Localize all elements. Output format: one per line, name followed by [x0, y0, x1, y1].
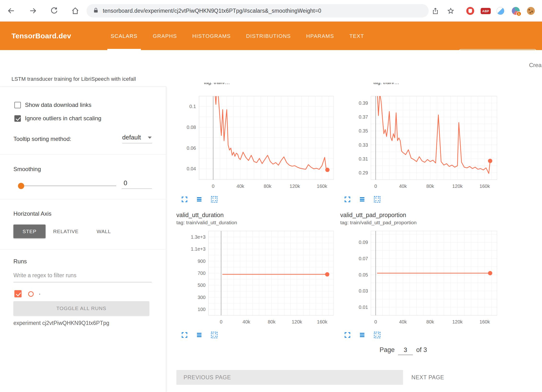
- adblock-extension-icon[interactable]: [466, 7, 474, 15]
- chart-toolbar: [343, 195, 388, 203]
- toggle-all-runs-button[interactable]: TOGGLE ALL RUNS: [13, 301, 149, 316]
- pie-extension-icon[interactable]: 1: [512, 7, 520, 15]
- screen: tensorboard.dev/experiment/cj2vtPiwQHKN9…: [0, 0, 542, 392]
- adblock-hand: [468, 9, 472, 13]
- tooltip-sorting-select[interactable]: default: [122, 134, 152, 143]
- svg-text:0: 0: [374, 184, 377, 189]
- axis-lines-icon[interactable]: [358, 331, 366, 339]
- svg-text:100: 100: [198, 307, 206, 312]
- fullscreen-icon[interactable]: [343, 331, 352, 339]
- charts-main-area: tag: train/…0.040.060.080.1040k80k120k16…: [166, 83, 542, 392]
- axis-relative-button[interactable]: RELATIVE: [49, 225, 83, 238]
- address-bar[interactable]: tensorboard.dev/experiment/cj2vtPiwQHKN9…: [86, 4, 429, 17]
- fullscreen-icon[interactable]: [180, 331, 189, 339]
- run-checkbox[interactable]: [14, 290, 22, 297]
- charts-grid: tag: train/…0.040.060.080.1040k80k120k16…: [166, 83, 542, 392]
- clipped-chart-header: tag: train/…: [204, 83, 307, 86]
- show-download-links-checkbox[interactable]: [14, 102, 21, 108]
- chevron-down-icon: [148, 137, 152, 139]
- browser-toolbar: tensorboard.dev/experiment/cj2vtPiwQHKN9…: [0, 0, 542, 22]
- tab-histograms[interactable]: HISTOGRAMS: [189, 22, 234, 50]
- share-icon[interactable]: [431, 6, 440, 16]
- svg-text:120k: 120k: [452, 319, 463, 324]
- axis-wall-button[interactable]: WALL: [91, 225, 117, 238]
- settings-sidebar: Show data download links Ignore outliers…: [0, 86, 166, 392]
- chart-toolbar: [180, 195, 225, 203]
- experiment-title: LSTM transducer training for LibriSpeech…: [12, 76, 136, 82]
- fullscreen-icon[interactable]: [180, 195, 189, 203]
- clipped-chart-header: tag: train/…: [373, 83, 476, 86]
- svg-text:80k: 80k: [264, 184, 272, 189]
- axis-lines-icon[interactable]: [195, 331, 203, 339]
- chart-title: valid_utt_pad_proportion: [340, 212, 406, 219]
- brand-logo[interactable]: TensorBoard.dev: [12, 22, 71, 50]
- smoothing-value-input[interactable]: [122, 178, 152, 189]
- created-clipped-text: Crea: [529, 62, 542, 69]
- ignore-outliers-row[interactable]: Ignore outliers in chart scaling: [14, 115, 101, 122]
- svg-text:0.04: 0.04: [187, 166, 196, 171]
- chart-tag: tag: train/valid_utt_pad_proportion: [340, 220, 417, 225]
- fullscreen-icon[interactable]: [343, 195, 352, 203]
- svg-text:40k: 40k: [242, 319, 250, 324]
- tab-hparams[interactable]: HPARAMS: [303, 22, 337, 50]
- reload-icon[interactable]: [50, 6, 59, 15]
- run-name: .: [39, 289, 40, 296]
- cookie-extension-icon[interactable]: [527, 7, 535, 15]
- next-page-button[interactable]: NEXT PAGE: [411, 370, 444, 385]
- smoothing-label: Smoothing: [13, 166, 41, 173]
- divider: [0, 249, 166, 249]
- fit-domain-icon[interactable]: [210, 195, 218, 203]
- lock-icon: [93, 7, 99, 14]
- previous-page-button[interactable]: PREVIOUS PAGE: [176, 370, 403, 385]
- runs-filter-input[interactable]: [13, 269, 152, 282]
- send-feedback-button[interactable]: SEND FEEDBACK: [459, 49, 536, 64]
- axis-step-button[interactable]: STEP: [13, 225, 46, 238]
- scalar-chart-plot[interactable]: 0.290.310.330.350.370.39040k80k120k160k: [347, 94, 501, 192]
- experiment-id-text: experiment cj2vtPiwQHKN9Q1tx6PTpg: [13, 320, 109, 326]
- tab-distributions[interactable]: DISTRIBUTIONS: [243, 22, 294, 50]
- svg-text:900: 900: [198, 259, 206, 264]
- svg-text:80k: 80k: [268, 319, 276, 324]
- svg-text:0.33: 0.33: [359, 142, 368, 148]
- svg-text:0.35: 0.35: [359, 128, 368, 133]
- fit-domain-icon[interactable]: [373, 331, 381, 339]
- divider: [0, 199, 166, 199]
- lightshot-extension-icon[interactable]: [496, 7, 504, 15]
- show-download-links-row[interactable]: Show data download links: [14, 102, 92, 108]
- smoothing-slider-thumb[interactable]: [18, 183, 24, 189]
- svg-text:0.05: 0.05: [359, 272, 368, 277]
- scalar-chart-plot[interactable]: 0.040.060.080.1040k80k120k160k: [175, 94, 337, 192]
- axis-lines-icon[interactable]: [195, 195, 203, 203]
- tab-scalars[interactable]: SCALARS: [107, 22, 141, 50]
- svg-text:40k: 40k: [399, 319, 407, 324]
- svg-text:160k: 160k: [317, 184, 327, 189]
- fit-domain-icon[interactable]: [210, 331, 218, 339]
- fit-domain-icon[interactable]: [373, 195, 381, 203]
- ignore-outliers-checkbox[interactable]: [14, 115, 21, 122]
- chart-toolbar: [343, 331, 388, 339]
- runs-label: Runs: [13, 258, 27, 265]
- abp-extension-icon[interactable]: ABP: [481, 8, 491, 14]
- svg-text:0.29: 0.29: [359, 170, 368, 175]
- forward-icon[interactable]: [29, 6, 38, 15]
- tooltip-sorting-value: default: [122, 134, 141, 141]
- axis-lines-icon[interactable]: [358, 195, 366, 203]
- svg-text:160k: 160k: [479, 319, 490, 324]
- page-number-input[interactable]: [398, 346, 413, 355]
- tab-text[interactable]: TEXT: [346, 22, 367, 50]
- smoothing-slider-track[interactable]: [23, 185, 116, 186]
- home-icon[interactable]: [71, 6, 80, 15]
- svg-text:0.37: 0.37: [359, 114, 368, 120]
- back-icon[interactable]: [6, 6, 16, 15]
- svg-text:1.3e+3: 1.3e+3: [191, 234, 206, 240]
- notification-badge: 1: [516, 11, 521, 16]
- scalar-chart-plot[interactable]: 0.010.030.050.070.09040k80k120k160k: [347, 229, 501, 327]
- run-row[interactable]: [14, 290, 22, 297]
- tensorboard-header: TensorBoard.dev SCALARS GRAPHS HISTOGRAM…: [0, 22, 542, 50]
- bookmark-star-icon[interactable]: [446, 6, 455, 16]
- svg-text:0.08: 0.08: [187, 125, 196, 130]
- page-label: Page: [380, 346, 395, 354]
- scalar-chart-plot[interactable]: 1003005007009001.1e+31.3e+3040k80k120k16…: [185, 229, 337, 327]
- tab-graphs[interactable]: GRAPHS: [150, 22, 180, 50]
- svg-text:40k: 40k: [399, 184, 407, 189]
